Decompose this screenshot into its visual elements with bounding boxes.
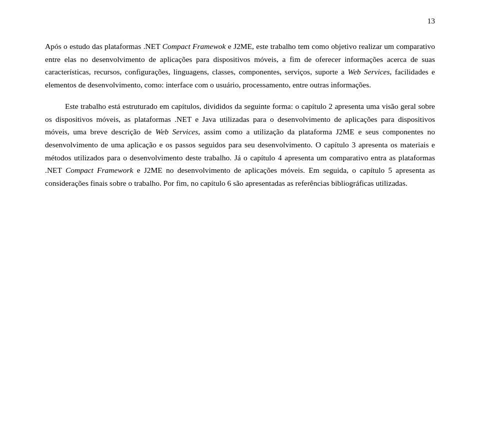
paragraph-2: Este trabalho está estruturado em capítu… <box>45 100 435 189</box>
paragraph-1: Após o estudo das plataformas .NET Compa… <box>45 40 435 91</box>
page-number: 13 <box>428 15 436 27</box>
page: 13 Após o estudo das plataformas .NET Co… <box>0 0 480 448</box>
page-content: Após o estudo das plataformas .NET Compa… <box>45 40 435 189</box>
